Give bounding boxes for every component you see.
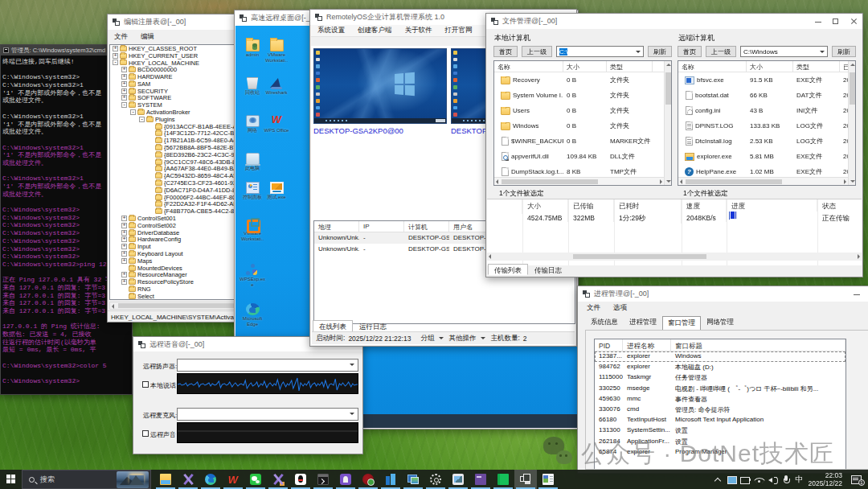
remote-desktop-icon[interactable]: 控制面板 [239, 182, 266, 200]
taskbar-app-button[interactable] [177, 470, 199, 489]
column-header[interactable]: IP [359, 221, 404, 232]
tree-expander-icon[interactable]: - [139, 117, 145, 122]
other-ops-dropdown[interactable]: 其他操作 [448, 334, 476, 343]
column-header[interactable]: 大小 [747, 61, 793, 72]
main-tab[interactable]: 在线列表 [313, 320, 353, 332]
local-hscrollbar[interactable] [494, 177, 664, 185]
tray-display-icon[interactable] [727, 475, 737, 485]
local-file-list-header[interactable]: 名称 大小 类型 [494, 61, 671, 72]
file-row[interactable]: Windows 0 B 文件夹 [494, 118, 671, 134]
taskbar-app-button[interactable] [402, 470, 424, 489]
remote-desktop-icon[interactable]: VMware Workstati.. [239, 218, 266, 242]
taskbar-app-button[interactable] [447, 470, 469, 489]
remote-desktop-icon[interactable]: WPSExp.exe [239, 264, 266, 288]
file-row[interactable]: DPINST.LOG 133.83 KB LOG文件 2025 [678, 118, 855, 134]
tree-expander-icon[interactable]: + [121, 74, 127, 80]
process-tab[interactable]: 进程管理 [624, 315, 662, 330]
tree-expander-icon[interactable]: + [121, 88, 127, 94]
tree-expander-icon[interactable]: + [121, 67, 127, 72]
taskbar-app-button[interactable] [537, 470, 559, 489]
remote-path-combobox[interactable]: C:\Windows [740, 46, 828, 57]
taskbar-search[interactable]: 搜索 [22, 470, 151, 489]
menu-item[interactable]: 关于软件 [399, 23, 439, 38]
process-tab[interactable]: 系统信息 [585, 315, 624, 330]
ime-indicator[interactable]: 中 [795, 474, 803, 485]
menu-item[interactable]: 编辑 [134, 30, 161, 44]
window-row[interactable]: 1115000 Taskmgr 任务管理器 [595, 372, 845, 383]
remote-vscrollbar[interactable] [848, 61, 855, 185]
remote-home-button[interactable]: 首页 [678, 46, 702, 57]
tree-expander-icon[interactable]: + [121, 230, 127, 236]
tree-expander-icon[interactable]: + [121, 223, 127, 228]
tree-expander-icon[interactable]: + [113, 46, 118, 51]
window-row[interactable]: 459630 mmc 事件查看器 [595, 394, 845, 405]
file-row[interactable]: System Volume I... 0 B 文件夹 [494, 88, 671, 103]
local-refresh-button[interactable]: 刷新 [648, 46, 672, 57]
remote-desktop-icon[interactable]: 测试.exe [263, 182, 290, 200]
remote-desktop-icon[interactable]: 网络 [239, 115, 266, 134]
remote-desktop-icon[interactable]: admin [239, 39, 266, 58]
local-path-combobox[interactable]: C:\ [556, 46, 644, 57]
window-list-header[interactable]: PID 进程名称 窗口标题 [595, 339, 845, 351]
taskbar-app-button[interactable] [469, 470, 492, 489]
maximize-button[interactable] [827, 14, 845, 29]
speaker-combobox[interactable] [177, 359, 358, 372]
taskbar-app-button[interactable] [267, 470, 289, 489]
taskbar-app-button[interactable] [514, 470, 537, 489]
remote-up-button[interactable]: 上一级 [706, 46, 736, 57]
taskbar-app-button[interactable] [357, 470, 379, 489]
tree-expander-icon[interactable]: + [121, 244, 127, 249]
taskbar-app-button[interactable] [312, 470, 334, 489]
file-row[interactable]: Recovery 0 B 文件夹 [494, 72, 671, 88]
column-header[interactable]: 计算机 [404, 221, 449, 232]
tree-expander-icon[interactable]: + [121, 272, 127, 277]
taskbar-app-button[interactable] [379, 470, 402, 489]
process-tab[interactable]: 窗口管理 [662, 316, 701, 331]
file-manager-tab[interactable]: 传输日志 [528, 264, 568, 275]
main-tab[interactable]: 运行日志 [353, 320, 393, 332]
file-row[interactable]: bootstat.dat 66 KB DAT文件 2025 [678, 88, 855, 103]
menu-item[interactable]: 打开官网 [439, 23, 479, 38]
taskbar-app-button[interactable] [244, 470, 267, 489]
mic-combobox[interactable] [177, 408, 358, 421]
file-row[interactable]: config.ini 43 B INI文件 2025 [678, 103, 855, 118]
file-manager-tab[interactable]: 传输列表 [488, 264, 528, 275]
column-header[interactable]: 名称 [494, 61, 563, 72]
column-header[interactable]: 速度 [682, 199, 727, 212]
file-row[interactable]: $WINRE_BACKUP... 0 B MARKER文件 [494, 134, 671, 149]
remote-desktop-icon[interactable]: Microsoft Edge [239, 303, 266, 327]
process-titlebar[interactable]: 进程管理@[-_00] [578, 286, 868, 302]
window-row[interactable]: 330250 msedge 电视剧 - 哔哩哔哩 ( ゜-゜)つロ 干杯~-bi… [595, 384, 845, 394]
column-header[interactable]: 已耗时 [614, 199, 682, 212]
close-button[interactable] [845, 14, 862, 29]
column-header[interactable]: 类型 [793, 61, 840, 72]
window-row[interactable]: 66180 TextInputHost Microsoft Text Input… [595, 415, 845, 425]
remote-desktop-icon[interactable]: 回收站 [239, 77, 266, 96]
minimize-button[interactable] [809, 14, 827, 29]
tree-expander-icon[interactable]: + [121, 279, 127, 285]
remote-file-list-header[interactable]: 名称 大小 类型 已修 [678, 61, 855, 72]
file-row[interactable]: explorer.exe 5.81 MB EXE文件 2025 [678, 149, 855, 164]
minimize-button[interactable] [848, 286, 866, 302]
transfer-hscrollbar[interactable] [487, 253, 862, 261]
news-widget-thumbnail[interactable] [117, 471, 149, 488]
column-header[interactable]: 大小 [522, 199, 568, 212]
tree-expander-icon[interactable]: + [121, 81, 127, 87]
column-header[interactable]: PID [595, 339, 623, 351]
tree-expander-icon[interactable]: + [121, 216, 127, 221]
tree-expander-icon[interactable]: - [121, 102, 127, 108]
remote-refresh-button[interactable]: 刷新 [832, 46, 856, 57]
taskbar-app-button[interactable] [334, 470, 357, 489]
tray-chevron-icon[interactable] [713, 475, 723, 485]
notification-center-icon[interactable]: 1 [850, 474, 863, 485]
file-row[interactable]: bfsvc.exe 91.5 KB EXE文件 2025 [678, 72, 855, 88]
tray-battery-icon[interactable] [740, 475, 751, 485]
menu-item[interactable]: 文件 [580, 301, 607, 315]
taskbar-app-button[interactable] [492, 470, 514, 489]
taskbar-app-button[interactable] [199, 470, 222, 489]
tree-expander-icon[interactable]: + [121, 95, 127, 101]
local-home-button[interactable]: 首页 [493, 46, 518, 57]
remote-desktop-icon[interactable]: 此电脑 [239, 153, 266, 171]
column-header[interactable]: 进程名称 [623, 339, 671, 351]
local-talk-checkbox[interactable] [142, 381, 149, 388]
